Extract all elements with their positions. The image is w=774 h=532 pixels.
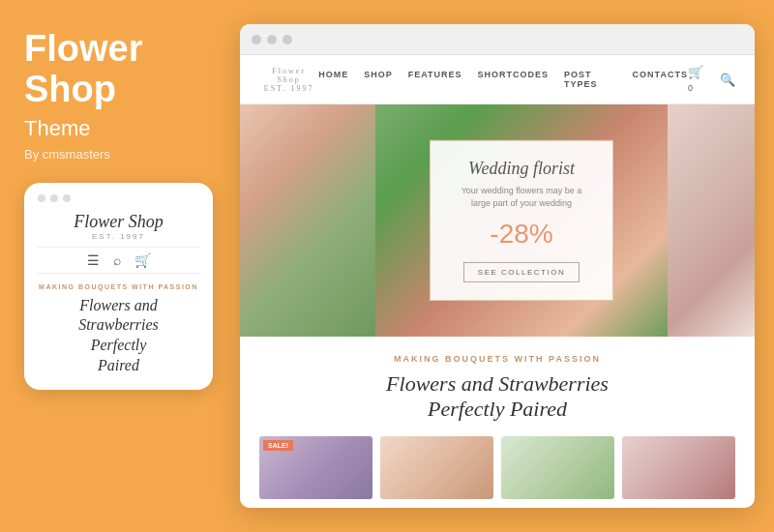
author-credit: By cmsmasters xyxy=(24,147,216,162)
left-panel: Flower Shop Theme By cmsmasters Flower S… xyxy=(0,0,240,532)
sale-badge-1: SALE! xyxy=(263,440,293,451)
browser-mockup: Flower Shop EST. 1997 HOME SHOP FEATURES… xyxy=(240,24,755,508)
product-thumb-3[interactable] xyxy=(501,436,614,499)
hamburger-icon[interactable]: ☰ xyxy=(87,252,100,268)
title-line1: Flower xyxy=(24,28,142,69)
section-title: Flowers and Strawberries Perfectly Paire… xyxy=(259,371,735,423)
browser-dot-3 xyxy=(283,35,292,44)
product-thumb-1[interactable]: SALE! xyxy=(259,436,372,499)
product-thumb-4[interactable] xyxy=(622,436,735,499)
nav-features[interactable]: FEATURES xyxy=(408,70,462,89)
nav-contacts[interactable]: CONTACTS xyxy=(633,70,688,89)
site-nav: HOME SHOP FEATURES SHORTCODES POST TYPES… xyxy=(318,70,688,89)
mobile-tagline: MAKING BOUQUETS WITH PASSION xyxy=(38,283,199,290)
nav-post-types[interactable]: POST TYPES xyxy=(564,70,616,89)
hero-card: Wedding florist Your wedding flowers may… xyxy=(430,140,613,301)
hero-card-subtitle: Your wedding flowers may be a large part… xyxy=(454,185,589,209)
mobile-est: EST. 1997 xyxy=(38,232,199,241)
hero-card-discount: -28% xyxy=(454,219,589,250)
title-line2: Shop xyxy=(24,69,116,109)
theme-subtitle: Theme xyxy=(24,116,216,141)
header-icons: 🛒 0 🔍 xyxy=(688,65,735,94)
search-icon[interactable]: ⌕ xyxy=(113,252,121,268)
hero-section: Wedding florist Your wedding flowers may… xyxy=(240,104,755,337)
dot-1 xyxy=(38,194,45,202)
site-logo: Flower Shop EST. 1997 xyxy=(259,67,318,93)
nav-home[interactable]: HOME xyxy=(318,70,348,89)
product-thumb-2[interactable] xyxy=(380,436,493,499)
browser-dot-2 xyxy=(267,35,277,44)
see-collection-button[interactable]: SEE COLLECTION xyxy=(463,262,580,282)
nav-shop[interactable]: SHOP xyxy=(364,70,393,89)
hero-images: Wedding florist Your wedding flowers may… xyxy=(240,104,755,337)
content-section: MAKING BOUQUETS WITH PASSION Flowers and… xyxy=(240,337,755,508)
main-title: Flower Shop xyxy=(24,29,216,110)
nav-shortcodes[interactable]: SHORTCODES xyxy=(478,70,550,89)
browser-dot-1 xyxy=(252,35,261,44)
hero-image-left xyxy=(240,104,375,337)
mobile-logo-area: Flower Shop EST. 1997 xyxy=(38,212,199,241)
search-header-icon[interactable]: 🔍 xyxy=(720,73,735,87)
browser-bar xyxy=(240,24,755,55)
product-row: SALE! xyxy=(259,436,735,499)
cart-header-icon[interactable]: 🛒 0 xyxy=(688,65,710,94)
hero-card-title: Wedding florist xyxy=(454,159,589,179)
cart-icon[interactable]: 🛒 xyxy=(134,252,151,268)
dot-3 xyxy=(63,194,71,202)
mobile-hero-text: Flowers and Strawberries Perfectly Paire… xyxy=(38,296,199,376)
mobile-dots xyxy=(38,194,199,202)
mobile-mockup: Flower Shop EST. 1997 ☰ ⌕ 🛒 MAKING BOUQU… xyxy=(24,183,213,390)
mobile-logo: Flower Shop xyxy=(38,212,199,232)
site-header: Flower Shop EST. 1997 HOME SHOP FEATURES… xyxy=(240,55,755,104)
hero-image-right xyxy=(668,104,755,337)
mobile-nav-icons: ☰ ⌕ 🛒 xyxy=(38,247,199,274)
dot-2 xyxy=(50,194,58,202)
section-tagline: MAKING BOUQUETS WITH PASSION xyxy=(259,354,735,364)
hero-image-center: Wedding florist Your wedding flowers may… xyxy=(375,104,668,337)
